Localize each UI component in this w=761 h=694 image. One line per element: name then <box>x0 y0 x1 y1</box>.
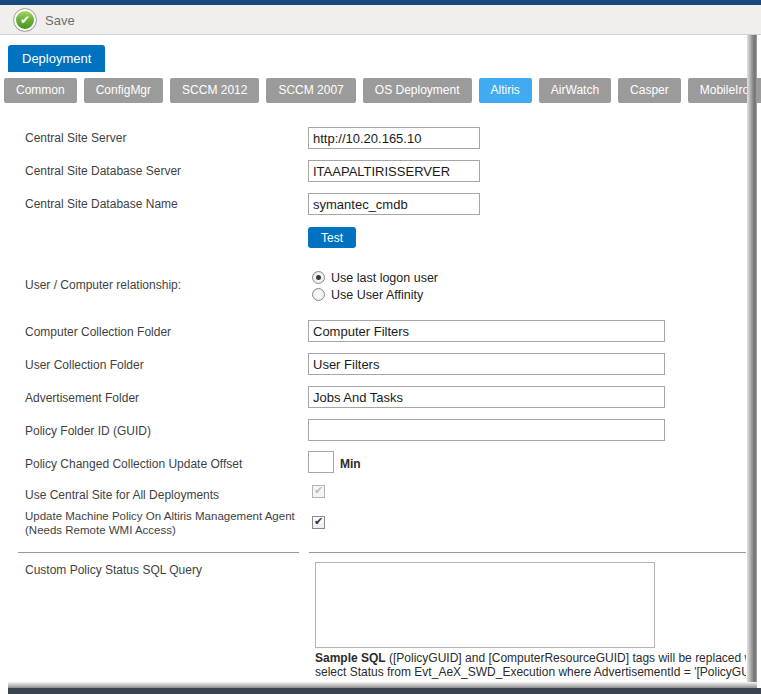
tab-altiris[interactable]: Altiris <box>479 78 532 103</box>
tab-airwatch[interactable]: AirWatch <box>539 78 611 103</box>
central-site-database-name-label: Central Site Database Name <box>25 197 178 211</box>
sample-sql-line1-rest: ([PolicyGUID] and [ComputerResourceGUID]… <box>386 651 746 665</box>
save-label: Save <box>45 13 75 28</box>
check-icon: ✔ <box>314 485 323 496</box>
use-central-site-checkbox: ✔ <box>312 485 325 498</box>
policy-folder-id-label: Policy Folder ID (GUID) <box>25 424 151 438</box>
advertisement-folder-input[interactable] <box>308 386 665 408</box>
custom-policy-sql-label: Custom Policy Status SQL Query <box>25 563 202 577</box>
tab-sccm-2012[interactable]: SCCM 2012 <box>170 78 259 103</box>
radio-option-use-user-affinity[interactable]: Use User Affinity <box>312 287 423 302</box>
sample-sql-line1: Sample SQL ([PolicyGUID] and [ComputerRe… <box>315 651 746 665</box>
tab-casper[interactable]: Casper <box>618 78 681 103</box>
update-machine-policy-checkbox[interactable]: ✔ <box>312 516 325 529</box>
computer-collection-folder-label: Computer Collection Folder <box>25 325 171 339</box>
sample-sql-bold: Sample SQL <box>315 651 386 665</box>
radio-selected-icon <box>312 271 325 284</box>
policy-folder-id-input[interactable] <box>308 419 665 441</box>
radio-option-label: Use User Affinity <box>331 288 423 302</box>
tab-sccm-2007[interactable]: SCCM 2007 <box>266 78 355 103</box>
sample-sql-line2: select Status from Evt_AeX_SWD_Execution… <box>315 665 746 679</box>
toolbar: ✔ Save <box>0 5 761 35</box>
test-button[interactable]: Test <box>308 227 356 248</box>
central-site-database-server-label: Central Site Database Server <box>25 164 181 178</box>
tab-bar: Common ConfigMgr SCCM 2012 SCCM 2007 OS … <box>4 78 761 103</box>
central-site-server-input[interactable] <box>308 127 480 149</box>
advertisement-folder-label: Advertisement Folder <box>25 391 139 405</box>
custom-policy-sql-textarea[interactable] <box>315 562 655 648</box>
user-collection-folder-label: User Collection Folder <box>25 358 144 372</box>
deployment-section-tab[interactable]: Deployment <box>8 45 105 72</box>
window-bottom-bar <box>8 688 761 694</box>
save-check-icon: ✔ <box>13 8 37 32</box>
central-site-server-label: Central Site Server <box>25 131 126 145</box>
section-divider-left <box>18 552 299 554</box>
radio-option-label: Use last logon user <box>331 271 438 285</box>
save-button[interactable]: ✔ Save <box>13 8 75 32</box>
computer-collection-folder-input[interactable] <box>308 320 665 342</box>
policy-changed-offset-unit: Min <box>340 457 361 471</box>
update-machine-policy-label: Update Machine Policy On Altiris Managem… <box>25 509 309 537</box>
user-collection-folder-input[interactable] <box>308 353 665 375</box>
policy-changed-offset-label: Policy Changed Collection Update Offset <box>25 457 242 471</box>
tab-os-deployment[interactable]: OS Deployment <box>363 78 472 103</box>
check-icon: ✔ <box>314 516 323 527</box>
section-divider-right <box>309 552 746 554</box>
tab-configmgr[interactable]: ConfigMgr <box>84 78 163 103</box>
use-central-site-label: Use Central Site for All Deployments <box>25 488 219 502</box>
tab-common[interactable]: Common <box>4 78 77 103</box>
window-right-shadow <box>747 35 757 682</box>
radio-unselected-icon <box>312 288 325 301</box>
app-window: ✔ Save Deployment Common ConfigMgr SCCM … <box>0 0 761 694</box>
central-site-database-name-input[interactable] <box>308 193 480 215</box>
central-site-database-server-input[interactable] <box>308 160 480 182</box>
user-computer-relationship-label: User / Computer relationship: <box>25 278 181 292</box>
radio-option-use-last-logon-user[interactable]: Use last logon user <box>312 270 438 285</box>
policy-changed-offset-input[interactable] <box>308 451 334 473</box>
